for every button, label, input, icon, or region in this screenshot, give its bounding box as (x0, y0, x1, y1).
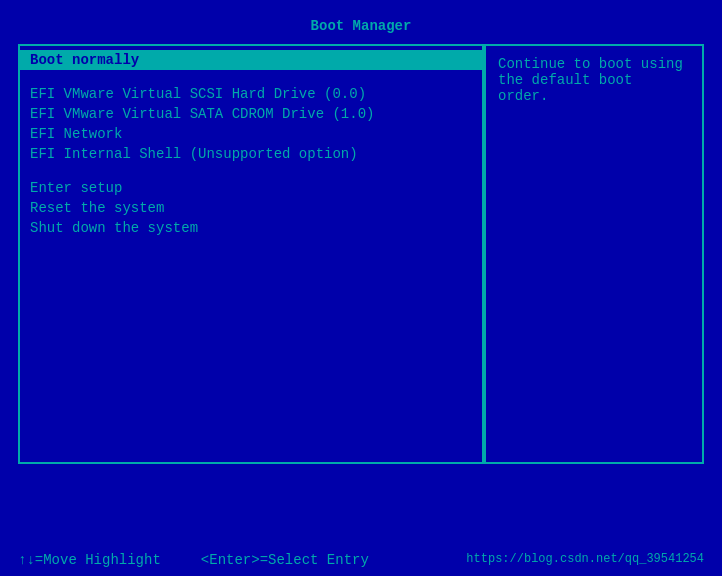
menu-item[interactable]: Reset the system (20, 198, 482, 218)
navigate-hint: ↑↓=Move Highlight (18, 552, 161, 568)
menu-item[interactable]: EFI VMware Virtual SATA CDROM Drive (1.0… (20, 104, 482, 124)
main-content: Boot normallyEFI VMware Virtual SCSI Har… (18, 44, 704, 464)
select-hint: <Enter>=Select Entry (201, 552, 369, 568)
left-panel: Boot normallyEFI VMware Virtual SCSI Har… (18, 44, 484, 464)
right-panel: Continue to boot usingthe default boot o… (484, 44, 704, 464)
title-bar: Boot Manager (0, 0, 722, 44)
footer-left: ↑↓=Move Highlight <Enter>=Select Entry (18, 552, 369, 568)
bios-screen: Boot Manager Boot normallyEFI VMware Vir… (0, 0, 722, 576)
menu-item[interactable]: Shut down the system (20, 218, 482, 238)
menu-item[interactable]: EFI Internal Shell (Unsupported option) (20, 144, 482, 164)
title-text: Boot Manager (311, 18, 412, 34)
footer: ↑↓=Move Highlight <Enter>=Select Entry h… (0, 552, 722, 568)
menu-item[interactable]: Boot normally (20, 50, 482, 70)
description-text: Continue to boot usingthe default boot o… (498, 56, 683, 104)
menu-item[interactable]: EFI Network (20, 124, 482, 144)
menu-item[interactable]: EFI VMware Virtual SCSI Hard Drive (0.0) (20, 84, 482, 104)
menu-separator (20, 164, 482, 178)
menu-item[interactable]: Enter setup (20, 178, 482, 198)
menu-separator (20, 70, 482, 84)
footer-url: https://blog.csdn.net/qq_39541254 (466, 552, 704, 568)
